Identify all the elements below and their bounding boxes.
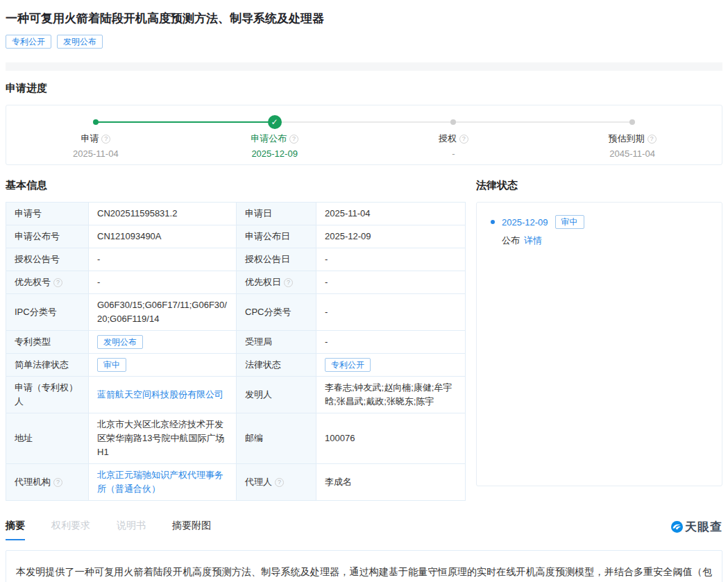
help-icon[interactable]: ?: [53, 478, 62, 487]
field-label-cell: 专利类型: [6, 331, 89, 354]
status-tag[interactable]: 审中: [97, 358, 126, 372]
header-tags: 专利公开发明公布: [6, 35, 722, 49]
table-row: 申请号CN202511595831.2申请日2025-11-04: [6, 203, 466, 225]
field-value-link[interactable]: 蓝箭航天空间科技股份有限公司: [97, 389, 223, 400]
table-row: 专利类型发明公布受理局-: [6, 331, 466, 354]
table-row: 代理机构?北京正元瑞驰知识产权代理事务所（普通合伙）代理人?李成名: [6, 464, 466, 501]
field-value: -: [97, 277, 100, 287]
field-value-cell: 北京市大兴区北京经济技术开发区荣华南路13号院中航国际广场H1: [89, 413, 237, 464]
status-tag[interactable]: 审中: [555, 215, 584, 229]
field-label: 简单法律状态: [15, 359, 69, 370]
step-label-text: 申请: [81, 133, 99, 144]
help-icon[interactable]: ?: [459, 135, 468, 144]
field-label: CPC分类号: [245, 307, 291, 317]
field-value: -: [97, 254, 100, 264]
legal-status-date: 2025-12-09: [502, 217, 548, 228]
abstract-text: 本发明提供了一种可复用火箭着陆段开机高度预测方法、制导系统及处理器，通过构建基于…: [16, 566, 712, 582]
field-value: CN121093490A: [97, 231, 162, 241]
help-icon[interactable]: ?: [647, 135, 657, 144]
legal-status-item: 2025-12-09审中公布详情: [491, 215, 708, 247]
progress-timeline: 申请?2025-11-04✓申请公布?2025-12-09授权?-预估到期?20…: [6, 105, 722, 165]
field-value: 100076: [325, 433, 355, 443]
status-tag: 专利公开: [6, 35, 51, 49]
field-value-cell: 李春志;钟友武;赵向楠;康健;牟宇晗;张昌武;戴政;张晓东;陈宇: [316, 377, 466, 413]
help-icon[interactable]: ?: [284, 278, 293, 287]
tab-权利要求[interactable]: 权利要求: [51, 519, 90, 540]
table-row: 授权公告号-授权公告日-: [6, 248, 466, 271]
field-value-cell: 李成名: [316, 464, 466, 501]
step-label: 申请公布?: [185, 132, 364, 145]
field-value-cell: 蓝箭航天空间科技股份有限公司: [89, 377, 237, 413]
field-value-cell: -: [316, 248, 466, 271]
step-date: 2025-11-04: [6, 148, 185, 160]
step-label-text: 申请公布: [251, 133, 287, 144]
help-icon[interactable]: ?: [53, 278, 62, 287]
field-label: IPC分类号: [15, 307, 57, 317]
table-row: 简单法律状态审中法律状态专利公开: [6, 354, 466, 377]
field-value-cell: CN121093490A: [89, 225, 237, 248]
field-label: 专利类型: [15, 336, 51, 347]
page-header: 一种可复用火箭着陆段开机高度预测方法、制导系统及处理器 专利公开发明公布: [0, 0, 728, 71]
brand-name: 天眼查: [685, 519, 722, 535]
progress-section-title: 申请进度: [6, 82, 722, 95]
field-value-cell: -: [316, 294, 466, 331]
field-value: CN202511595831.2: [97, 208, 177, 219]
basic-info-table-body: 申请号CN202511595831.2申请日2025-11-04申请公布号CN1…: [6, 203, 466, 501]
table-row: 申请（专利权）人蓝箭航天空间科技股份有限公司发明人李春志;钟友武;赵向楠;康健;…: [6, 377, 466, 413]
field-value: 2025-11-04: [325, 208, 371, 219]
timeline-step: ✓申请公布?2025-12-09: [185, 105, 364, 164]
tabs-container: 摘要权利要求说明书摘要附图: [6, 519, 237, 540]
field-value-cell: 2025-11-04: [316, 203, 466, 225]
field-label: 地址: [15, 433, 33, 443]
help-icon[interactable]: ?: [275, 478, 284, 487]
tab-摘要[interactable]: 摘要: [6, 519, 25, 540]
step-label-text: 授权: [439, 133, 457, 144]
field-value-cell: 专利公开: [316, 354, 466, 377]
tianyancha-brand[interactable]: 天眼查: [671, 519, 722, 535]
patent-title: 一种可复用火箭着陆段开机高度预测方法、制导系统及处理器: [6, 11, 722, 26]
field-label-cell: 优先权日?: [237, 271, 316, 294]
field-label: 申请号: [15, 208, 42, 219]
field-label: 法律状态: [245, 359, 281, 370]
legal-detail-link[interactable]: 详情: [524, 235, 542, 246]
field-value-cell: 审中: [89, 354, 237, 377]
patent-detail-page: 一种可复用火箭着陆段开机高度预测方法、制导系统及处理器 专利公开发明公布 申请进…: [0, 0, 728, 582]
status-tag[interactable]: 发明公布: [97, 335, 143, 349]
help-icon[interactable]: ?: [101, 135, 110, 144]
field-label-cell: 法律状态: [237, 354, 316, 377]
legal-status-action: 公布详情: [502, 234, 708, 247]
field-label: 代理人: [245, 477, 272, 487]
field-value: -: [325, 307, 328, 317]
field-label-cell: 申请（专利权）人: [6, 377, 89, 413]
field-value-link[interactable]: 北京正元瑞驰知识产权代理事务所（普通合伙）: [97, 470, 223, 494]
main-content: 基本信息 申请号CN202511595831.2申请日2025-11-04申请公…: [6, 179, 722, 501]
legal-action-text: 公布: [502, 235, 520, 246]
table-row: 优先权号?-优先权日?-: [6, 271, 466, 294]
step-label: 预估到期?: [543, 132, 722, 145]
step-label: 授权?: [364, 132, 543, 145]
status-tag[interactable]: 专利公开: [325, 358, 371, 372]
field-label-cell: 地址: [6, 413, 89, 464]
step-check-icon: ✓: [268, 115, 282, 129]
field-value: -: [325, 277, 328, 287]
field-label: 优先权日: [245, 277, 281, 287]
tab-说明书[interactable]: 说明书: [117, 519, 146, 540]
tab-摘要附图[interactable]: 摘要附图: [172, 519, 211, 540]
bullet-icon: [491, 220, 495, 224]
field-label: 发明人: [245, 389, 272, 400]
field-value: -: [325, 254, 328, 264]
legal-status-section: 法律状态 2025-12-09审中公布详情: [476, 179, 722, 486]
field-value-cell: G06F30/15;G06F17/11;G06F30/20;G06F119/14: [89, 294, 237, 331]
application-progress-section: 申请进度 申请?2025-11-04✓申请公布?2025-12-09授权?-预估…: [6, 82, 722, 165]
step-dot-icon: [629, 119, 635, 125]
field-label: 申请公布号: [15, 231, 60, 241]
field-value: 2025-12-09: [325, 231, 371, 241]
field-value-cell: -: [89, 248, 237, 271]
field-label-cell: 简单法律状态: [6, 354, 89, 377]
field-label: 申请公布日: [245, 231, 290, 241]
field-label: 优先权号: [15, 277, 51, 287]
help-icon[interactable]: ?: [289, 135, 298, 144]
field-value-cell: 100076: [316, 413, 466, 464]
field-value-cell: 发明公布: [89, 331, 237, 354]
basic-info-title: 基本信息: [6, 179, 465, 192]
